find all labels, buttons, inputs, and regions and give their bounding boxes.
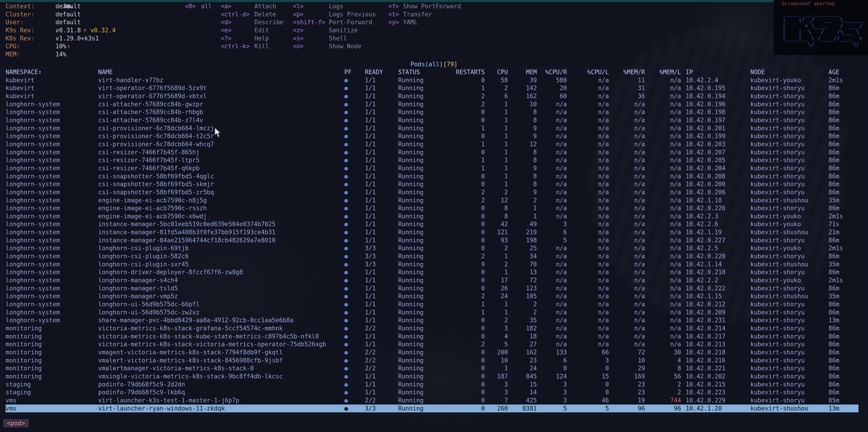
cell-node: kubevirt-shoryu xyxy=(750,84,829,92)
cell-cpu: 5 xyxy=(485,340,508,348)
cell-restarts: 0 xyxy=(453,380,485,389)
cell-ip: 10.42.0.221 xyxy=(681,364,750,372)
cell-status: Running xyxy=(398,332,453,340)
cell-mem-l: n/a xyxy=(645,76,681,84)
cell-node: kubevirt-shushou xyxy=(750,196,829,204)
table-row[interactable]: longhorn-systeminstance-manager-81fd5a40… xyxy=(5,228,859,236)
table-row[interactable]: monitoringvictoria-metrics-k8s-stack-gra… xyxy=(5,324,859,332)
column-header: %CPU/R xyxy=(537,68,567,76)
table-row[interactable]: monitoringvictoria-metrics-k8s-stack-kub… xyxy=(5,332,859,340)
table-row[interactable]: vmsvirt-launcher-ryan-windows-11-zkdqk●3… xyxy=(5,404,859,412)
table-row[interactable]: kubevirtvirt-operator-6776f5689d-xbtxl●1… xyxy=(5,92,859,100)
table-row[interactable]: longhorn-systemcsi-resizer-7466f7b45f-86… xyxy=(5,148,859,156)
cell-age: 86m xyxy=(829,364,859,372)
table-row[interactable]: monitoringvmagent-victoria-metrics-k8s-s… xyxy=(5,348,859,357)
info-label: CPU: xyxy=(5,42,56,51)
table-row[interactable]: longhorn-systemcsi-snapshotter-58bf69fbd… xyxy=(5,180,859,188)
cell-ready: 1/1 xyxy=(365,124,398,132)
table-row[interactable]: longhorn-systemlonghorn-driver-deployer-… xyxy=(5,268,859,276)
table-row[interactable]: longhorn-systemengine-image-ei-acb7590c-… xyxy=(5,204,859,212)
cell-mem: 219 xyxy=(508,228,537,236)
cell-mem-l: n/a xyxy=(645,308,681,317)
cluster-info-row: Context:default xyxy=(5,2,116,10)
table-row[interactable]: longhorn-systemcsi-attacher-57689cc84b-g… xyxy=(5,100,859,108)
cell-namespace: longhorn-system xyxy=(5,268,98,276)
table-row[interactable]: longhorn-systemlonghorn-manager-s4ch4●1/… xyxy=(5,276,859,285)
table-row[interactable]: longhorn-systemlonghorn-manager-vmp5z●1/… xyxy=(5,292,859,300)
cell-ip: 10.42.0.217 xyxy=(681,332,750,340)
table-row[interactable]: longhorn-systemengine-image-ei-acb7590c-… xyxy=(5,212,859,221)
table-row[interactable]: longhorn-systemcsi-provisioner-6c78dcb66… xyxy=(5,140,859,148)
menu-item: <e>Edit xyxy=(221,26,283,34)
cell-mem-r: 23 xyxy=(609,380,645,389)
table-row[interactable]: longhorn-systemcsi-attacher-57689cc84b-r… xyxy=(5,108,859,116)
cell-mem-l: n/a xyxy=(645,212,681,221)
cell-node: kubevirt-shoryu xyxy=(750,388,829,396)
cell-cpu: 2 xyxy=(485,260,508,268)
cell-mem-r: 96 xyxy=(609,404,645,412)
menu-item: <?>Help xyxy=(221,34,283,42)
table-row[interactable]: longhorn-systemcsi-attacher-57689cc84b-z… xyxy=(5,116,859,124)
table-row[interactable]: longhorn-systemcsi-snapshotter-58bf69fbd… xyxy=(5,172,859,180)
table-row[interactable]: stagingpodinfo-79db68f5c9-lkb6q●1/1Runni… xyxy=(5,388,859,396)
table-row[interactable]: longhorn-systemcsi-provisioner-6c78dcb66… xyxy=(5,124,859,132)
cell-status: Running xyxy=(398,357,453,365)
cell-namespace: kubevirt xyxy=(5,76,98,84)
cell-mem-r: n/a xyxy=(609,252,645,260)
table-row[interactable]: longhorn-systemcsi-resizer-7466f7b45f-lt… xyxy=(5,156,859,164)
table-row[interactable]: kubevirtvirt-operator-6776f5689d-5zx9t●1… xyxy=(5,84,859,92)
cell-status: Running xyxy=(398,236,453,244)
cell-cpu-l: 0 xyxy=(567,364,609,372)
cell-mem-r: n/a xyxy=(609,204,645,212)
cell-mem-l: 8 xyxy=(645,364,681,372)
table-row[interactable]: longhorn-systeminstance-manager-5bc01eeb… xyxy=(5,220,859,228)
cell-restarts: 0 xyxy=(453,396,485,404)
cell-cpu-r: 5 xyxy=(537,404,567,412)
table-row[interactable]: monitoringvmsingle-victoria-metrics-k8s-… xyxy=(5,372,859,380)
info-value: default xyxy=(56,11,81,18)
table-row[interactable]: longhorn-systemshare-manager-pvc-4bbd842… xyxy=(5,316,859,324)
cell-pf: ● xyxy=(344,300,365,308)
cell-age: 2m1s xyxy=(829,76,859,84)
breadcrumb-pod[interactable]: <pod> xyxy=(3,419,29,427)
cell-mem-l: n/a xyxy=(645,92,681,100)
table-row[interactable]: longhorn-systemlonghorn-ui-56d9b575dc-66… xyxy=(5,300,859,308)
table-row[interactable]: monitoringvictoria-metrics-k8s-stack-vic… xyxy=(5,340,859,348)
table-row[interactable]: longhorn-systemcsi-snapshotter-58bf69fbd… xyxy=(5,188,859,196)
table-row[interactable]: monitoringvmalertmanager-victoria-metric… xyxy=(5,364,859,372)
cell-age: 86m xyxy=(829,252,859,260)
table-row[interactable]: longhorn-systemlonghorn-manager-tsld5●1/… xyxy=(5,285,859,293)
cell-cpu: 1 xyxy=(485,100,508,108)
table-row[interactable]: vmsvirt-launcher-k3s-test-1-master-1-j6p… xyxy=(5,396,859,404)
cell-cpu: 3 xyxy=(485,388,508,396)
table-row[interactable]: longhorn-systemengine-image-ei-acb7590c-… xyxy=(5,196,859,204)
table-row[interactable]: longhorn-systemcsi-provisioner-6c78dcb66… xyxy=(5,132,859,140)
cell-ip: 10.42.0.222 xyxy=(681,285,750,293)
cell-ip: 10.42.2.2 xyxy=(681,276,750,285)
cell-cpu-l: n/a xyxy=(567,164,609,172)
cell-mem-r: 23 xyxy=(609,388,645,396)
column-header: NAME xyxy=(98,68,344,76)
cell-cpu-l: 66 xyxy=(567,348,609,357)
cell-node: kubevirt-shoryu xyxy=(750,308,829,317)
cell-mem: 123 xyxy=(508,285,537,293)
cell-cpu-r: n/a xyxy=(537,188,567,196)
upgrade-notice: ⚡ v0.32.4 xyxy=(81,27,116,34)
cell-cpu-r: n/a xyxy=(537,268,567,276)
info-label: User: xyxy=(5,18,56,26)
table-header: NAMESPACE↑NAMEPFREADYSTATUSRESTARTSCPUME… xyxy=(5,68,859,76)
table-row[interactable]: kubevirtvirt-handler-v77bz●1/1Running058… xyxy=(5,76,859,84)
table-row[interactable]: longhorn-systemcsi-resizer-7466f7b45f-q6… xyxy=(5,164,859,172)
cell-pf: ● xyxy=(344,204,365,212)
cell-age: 86m xyxy=(829,268,859,276)
table-row[interactable]: longhorn-systemlonghorn-csi-plugin-69tjb… xyxy=(5,244,859,252)
column-header: STATUS xyxy=(398,68,453,76)
table-row[interactable]: longhorn-systemlonghorn-ui-56d9b575dc-zw… xyxy=(5,308,859,317)
cell-mem-r: 31 xyxy=(609,84,645,92)
table-row[interactable]: longhorn-systeminstance-manager-84ae2159… xyxy=(5,236,859,244)
table-row[interactable]: longhorn-systemlonghorn-csi-plugin-582c6… xyxy=(5,252,859,260)
table-row[interactable]: longhorn-systemlonghorn-csi-plugin-sxr45… xyxy=(5,260,859,268)
table-row[interactable]: monitoringvmalert-victoria-metrics-k8s-s… xyxy=(5,357,859,365)
cpu-up-arrow: ↑ xyxy=(66,43,70,50)
table-row[interactable]: stagingpodinfo-79db68f5c9-2d2dn●1/1Runni… xyxy=(5,380,859,389)
